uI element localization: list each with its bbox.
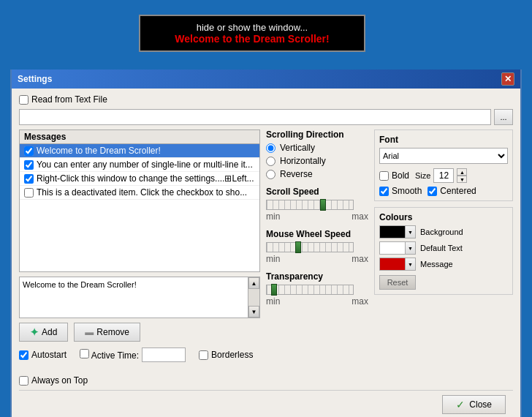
left-panel: Messages Welcome to the Dream Scroller!Y… <box>19 129 260 386</box>
message-checkbox-3[interactable] <box>24 188 34 198</box>
scroll-up-arrow[interactable]: ▲ <box>248 277 259 289</box>
borderless-label[interactable]: Borderless <box>199 348 253 362</box>
bottom-checks: Autostart Active Time: Borderless <box>19 348 260 386</box>
search-bar: ... <box>19 109 513 125</box>
dialog-bottom: ✓ Close <box>19 390 513 417</box>
centered-checkbox[interactable] <box>428 187 437 196</box>
message-colour-label: Message <box>420 260 453 268</box>
borderless-checkbox[interactable] <box>199 350 208 360</box>
read-from-text-file-label[interactable]: Read from Text File <box>19 94 107 105</box>
scrolling-direction-group: VerticallyHorizontallyReverse <box>266 143 368 179</box>
font-size-row: Size ▲ ▼ <box>415 168 467 183</box>
close-ok-label: Close <box>469 399 492 410</box>
always-on-top-checkbox[interactable] <box>19 376 28 386</box>
dialog-title-bar: Settings ✕ <box>12 70 520 89</box>
dialog-body: Read from Text File ... Messages Welcome… <box>12 89 520 417</box>
font-select[interactable]: Arial <box>379 148 508 164</box>
mouse-wheel-speed-label: Mouse Wheel Speed <box>266 229 368 239</box>
reset-button[interactable]: Reset <box>379 275 416 290</box>
scroll-dir-vertically[interactable]: Vertically <box>266 143 368 153</box>
background-colour-row: ▼ Background <box>379 225 508 238</box>
transparency-track[interactable] <box>266 285 354 295</box>
scroll-speed-section: Scroll Speed min max <box>266 187 368 222</box>
message-text-0: Welcome to the Dream Scroller! <box>37 146 161 156</box>
font-size-input[interactable] <box>433 168 454 183</box>
font-options: Bold Size ▲ ▼ <box>379 168 508 183</box>
message-colour-swatch[interactable]: ▼ <box>379 258 416 271</box>
font-section: Font Arial Bold Size <box>374 129 513 201</box>
read-from-text-file-checkbox[interactable] <box>19 95 28 105</box>
scroll-dir-reverse[interactable]: Reverse <box>266 169 368 179</box>
colours-section: Colours ▼ Background ▼ Default Text <box>374 207 513 295</box>
bold-checkbox[interactable] <box>379 171 389 181</box>
default-text-colour-label: Default Text <box>420 244 463 252</box>
mouse-wheel-speed-section: Mouse Wheel Speed min max <box>266 229 368 264</box>
background-colour-swatch[interactable]: ▼ <box>379 225 416 238</box>
radio-vertically[interactable] <box>266 143 276 153</box>
message-checkbox-1[interactable] <box>24 160 34 170</box>
always-on-top-label[interactable]: Always on Top <box>19 375 88 386</box>
mouse-wheel-speed-track[interactable] <box>266 242 354 252</box>
textarea-scrollbar: ▲ ▼ <box>248 277 259 318</box>
messages-list[interactable]: Messages Welcome to the Dream Scroller!Y… <box>19 129 260 272</box>
scroll-down-arrow[interactable]: ▼ <box>248 306 259 318</box>
marquee-banner: hide or show the window... Welcome to th… <box>139 15 365 52</box>
mouse-wheel-speed-thumb[interactable] <box>295 241 301 253</box>
message-item-1[interactable]: You can enter any number of single-line … <box>20 158 259 172</box>
scroll-dir-horizontally[interactable]: Horizontally <box>266 156 368 166</box>
bold-label[interactable]: Bold <box>379 170 409 181</box>
add-remove-row: ✦ Add ▬ Remove <box>19 323 260 342</box>
message-item-2[interactable]: Right-Click this window to change the se… <box>20 172 259 186</box>
default-text-colour-swatch[interactable]: ▼ <box>379 241 416 255</box>
radio-reverse[interactable] <box>266 170 276 179</box>
message-item-3[interactable]: This is a deactivated item. Click the ch… <box>20 186 259 200</box>
message-colour-row: ▼ Message <box>379 258 508 271</box>
message-checkbox-2[interactable] <box>24 174 34 184</box>
browse-button[interactable]: ... <box>494 109 513 125</box>
middle-panel: Scrolling Direction VerticallyHorizontal… <box>266 129 368 386</box>
text-area-wrap: ▲ ▼ <box>19 277 260 318</box>
scroll-speed-track[interactable] <box>266 200 354 210</box>
scrolling-direction-title: Scrolling Direction <box>266 129 368 140</box>
colours-title: Colours <box>379 212 508 222</box>
transparency-thumb[interactable] <box>271 284 277 296</box>
font-checkboxes: Smooth Centered <box>379 186 508 196</box>
scroll-speed-thumb[interactable] <box>320 199 326 211</box>
active-time-row: Active Time: <box>80 348 186 362</box>
message-text-3: This is a deactivated item. Click the ch… <box>37 187 247 198</box>
message-colour-arrow[interactable]: ▼ <box>405 258 415 270</box>
autostart-checkbox[interactable] <box>19 350 28 360</box>
message-item-0[interactable]: Welcome to the Dream Scroller! <box>20 144 259 158</box>
banner-line1: hide or show the window... <box>148 22 357 33</box>
close-button[interactable]: ✕ <box>501 72 514 86</box>
radio-horizontally[interactable] <box>266 157 276 166</box>
remove-button[interactable]: ▬ Remove <box>74 323 140 342</box>
message-text-1: You can enter any number of single-line … <box>37 159 253 170</box>
message-textarea[interactable] <box>20 277 248 318</box>
active-time-checkbox[interactable] <box>80 349 89 358</box>
background-colour-arrow[interactable]: ▼ <box>405 226 415 238</box>
search-input[interactable] <box>19 109 491 125</box>
mouse-wheel-speed-minmax: min max <box>266 254 368 264</box>
font-size-up[interactable]: ▲ <box>457 168 467 176</box>
font-size-down[interactable]: ▼ <box>457 176 467 183</box>
scroll-speed-minmax: min max <box>266 211 368 222</box>
read-from-text-file-row: Read from Text File <box>19 94 513 105</box>
messages-header: Messages <box>20 130 259 144</box>
centered-label[interactable]: Centered <box>428 186 476 196</box>
autostart-label[interactable]: Autostart <box>19 348 66 362</box>
message-text-2: Right-Click this window to change the se… <box>37 173 254 184</box>
smooth-label[interactable]: Smooth <box>379 186 422 196</box>
add-button[interactable]: ✦ Add <box>19 323 68 342</box>
font-select-row: Arial <box>379 148 508 164</box>
default-text-colour-arrow[interactable]: ▼ <box>405 242 415 254</box>
close-ok-button[interactable]: ✓ Close <box>442 395 506 414</box>
message-checkbox-0[interactable] <box>24 146 34 156</box>
active-time-input[interactable] <box>142 348 186 362</box>
default-text-colour-row: ▼ Default Text <box>379 241 508 255</box>
dialog-title-text: Settings <box>18 74 52 84</box>
smooth-checkbox[interactable] <box>379 187 389 196</box>
transparency-label: Transparency <box>266 271 368 282</box>
transparency-section: Transparency min max <box>266 271 368 307</box>
active-time-label[interactable]: Active Time: <box>80 349 139 361</box>
